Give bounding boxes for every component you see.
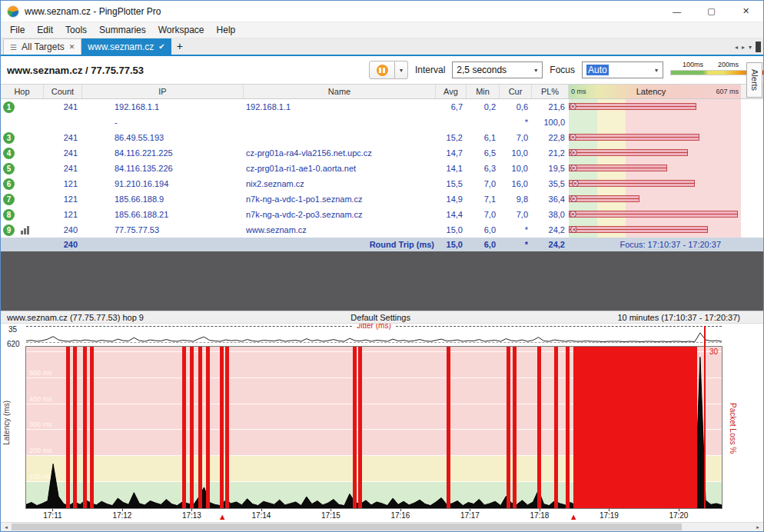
tab-scroll-controls: ◂ ▸ ▾ bbox=[735, 42, 761, 52]
table-row[interactable]: 1241192.168.1.1192.168.1.16,70,20,621,6× bbox=[1, 99, 763, 115]
latency-plot[interactable]: 500 ms400 ms300 ms200 ms100 ms 30 bbox=[26, 347, 722, 508]
graph-time-range[interactable]: 10 minutes (17:10:37 - 17:20:37) bbox=[617, 313, 740, 322]
summary-row[interactable]: 240 Round Trip (ms) 15,0 6,0 * 24,2 Focu… bbox=[1, 238, 763, 251]
graph-header: www.seznam.cz (77.75.77.53) hop 9 Defaul… bbox=[1, 311, 763, 324]
scroll-right-icon[interactable]: ▸ bbox=[752, 523, 763, 531]
horizontal-scrollbar[interactable]: ◂ ▸ bbox=[1, 522, 763, 531]
packet-loss-bar bbox=[90, 347, 94, 508]
min-cell: 7,0 bbox=[467, 210, 500, 219]
pause-dropdown[interactable]: ▾ bbox=[395, 61, 408, 79]
menu-item-help[interactable]: Help bbox=[211, 22, 242, 38]
table-row[interactable]: 524184.116.135.226cz-prg01a-ri1-ae1-0.ao… bbox=[1, 161, 763, 176]
menu-item-edit[interactable]: Edit bbox=[31, 22, 59, 38]
packet-loss-bar bbox=[198, 347, 202, 508]
hop-number-badge: 5 bbox=[3, 163, 15, 175]
minimize-button[interactable]: — bbox=[659, 1, 694, 22]
focus-select[interactable]: Auto ▾ bbox=[582, 62, 663, 78]
ip-cell: 185.66.188.21 bbox=[82, 210, 244, 219]
interval-select[interactable]: 2,5 seconds ▾ bbox=[452, 62, 543, 78]
header-count[interactable]: Count bbox=[44, 85, 82, 98]
ip-cell: 185.66.188.9 bbox=[82, 195, 244, 204]
summary-count: 240 bbox=[44, 240, 82, 249]
name-cell: n7k-ng-a-vdc-1-po1.seznam.cz bbox=[244, 195, 436, 204]
table-row[interactable]: 7121185.66.188.9n7k-ng-a-vdc-1-po1.sezna… bbox=[1, 191, 763, 207]
hop-table-body: 1241192.168.1.1192.168.1.16,70,20,621,6×… bbox=[1, 99, 763, 238]
tab-overflow-indicator bbox=[756, 42, 761, 52]
cur-cell: 10,0 bbox=[500, 164, 532, 173]
min-cell: 6,0 bbox=[467, 225, 500, 234]
jitter-chart[interactable]: Jitter (ms) bbox=[26, 326, 722, 343]
latency-graph-cell: × bbox=[569, 222, 741, 238]
latency-current-marker: × bbox=[570, 134, 576, 141]
ip-cell: 84.116.135.226 bbox=[82, 164, 244, 173]
header-latency-scale[interactable]: 0 ms Latency 607 ms bbox=[569, 85, 741, 98]
latency-current-marker: × bbox=[570, 165, 577, 171]
latency-graph-cell: × bbox=[569, 130, 741, 145]
tab-scroll-left-icon[interactable]: ◂ bbox=[735, 44, 738, 51]
scroll-left-icon[interactable]: ◂ bbox=[1, 523, 12, 531]
tab-close-icon[interactable]: ✕ bbox=[69, 43, 75, 51]
header-hop[interactable]: Hop bbox=[1, 85, 44, 98]
menu-item-file[interactable]: File bbox=[4, 22, 31, 38]
cur-cell: 16,0 bbox=[500, 179, 532, 188]
event-marker-triangle[interactable]: ▲ bbox=[218, 512, 227, 521]
graph-target-title: www.seznam.cz (77.75.77.53) hop 9 bbox=[7, 313, 144, 322]
packet-loss-block bbox=[573, 347, 697, 508]
menu-item-tools[interactable]: Tools bbox=[59, 22, 93, 38]
packet-loss-bar bbox=[225, 347, 229, 508]
alerts-side-tab[interactable]: Alerts bbox=[746, 62, 762, 98]
tab-all-targets[interactable]: ☰ All Targets ✕ bbox=[3, 38, 81, 55]
time-tick-label: 17:18 bbox=[530, 511, 549, 520]
header-ip[interactable]: IP bbox=[82, 85, 244, 98]
close-button[interactable]: ✕ bbox=[729, 1, 763, 22]
tab-active-target[interactable]: www.seznam.cz ✔ bbox=[81, 38, 171, 55]
bar-chart-icon bbox=[21, 226, 29, 234]
header-name[interactable]: Name bbox=[244, 85, 436, 98]
table-row[interactable]: 424184.116.221.225cz-prg01a-ra4-vla2156.… bbox=[1, 145, 763, 161]
summary-label: Round Trip (ms) bbox=[244, 240, 436, 249]
hop-number-badge: 6 bbox=[3, 178, 15, 190]
latency-avg-line bbox=[569, 214, 738, 214]
maximize-button[interactable]: ▢ bbox=[694, 1, 729, 22]
graph-settings-title[interactable]: Default Settings bbox=[350, 313, 410, 322]
pause-button[interactable] bbox=[369, 61, 395, 79]
summary-packet-loss: 24,2 bbox=[532, 240, 569, 249]
packet-loss-cell: 21,2 bbox=[532, 148, 569, 158]
header-avg[interactable]: Avg bbox=[436, 85, 467, 98]
header-cur[interactable]: Cur bbox=[500, 85, 532, 98]
avg-cell: 15,2 bbox=[436, 133, 467, 142]
table-row[interactable]: 8121185.66.188.21n7k-ng-a-vdc-2-po3.sezn… bbox=[1, 207, 763, 222]
packet-loss-bar bbox=[206, 347, 210, 508]
summary-min: 6,0 bbox=[467, 240, 500, 249]
packet-loss-cell: 24,2 bbox=[532, 225, 569, 234]
packet-loss-bar bbox=[353, 347, 357, 508]
title-bar: www.seznam.cz - PingPlotter Pro — ▢ ✕ bbox=[1, 1, 763, 22]
time-graph-panel[interactable]: 35 Jitter (ms) 620 500 ms400 ms300 ms200… bbox=[1, 324, 763, 522]
scrollbar-thumb[interactable] bbox=[12, 524, 682, 530]
header-packet-loss[interactable]: PL% bbox=[532, 85, 569, 98]
new-tab-button[interactable]: + bbox=[171, 38, 188, 55]
tab-active-label: www.seznam.cz bbox=[88, 42, 154, 52]
menu-item-summaries[interactable]: Summaries bbox=[93, 22, 152, 38]
table-row[interactable]: -*100,0 bbox=[1, 115, 763, 130]
latency-avg-line bbox=[569, 198, 639, 199]
event-marker-triangle[interactable]: ▲ bbox=[570, 512, 578, 521]
tab-list-chevron-down-icon[interactable]: ▾ bbox=[749, 44, 752, 51]
table-row[interactable]: 612191.210.16.194nix2.seznam.cz15,57,016… bbox=[1, 176, 763, 191]
cur-cell: * bbox=[500, 118, 532, 127]
header-min[interactable]: Min bbox=[467, 85, 500, 98]
toolbar: www.seznam.cz / 77.75.77.53 ▾ Interval 2… bbox=[1, 56, 763, 85]
tab-scroll-right-icon[interactable]: ▸ bbox=[742, 44, 745, 51]
name-cell: 192.168.1.1 bbox=[244, 102, 436, 111]
jitter-line bbox=[26, 333, 722, 342]
latency-graph-cell bbox=[569, 115, 741, 130]
table-row[interactable]: 324186.49.55.19315,26,17,022,8× bbox=[1, 130, 763, 145]
hop-cell: 6 bbox=[1, 178, 44, 190]
app-icon bbox=[7, 5, 19, 18]
table-row[interactable]: 924077.75.77.53www.seznam.cz15,06,0*24,2… bbox=[1, 222, 763, 238]
pingplotter-window: www.seznam.cz - PingPlotter Pro — ▢ ✕ Fi… bbox=[0, 0, 764, 532]
packet-loss-bar bbox=[182, 347, 186, 508]
avg-cell: 14,9 bbox=[436, 195, 467, 204]
min-cell: 7,0 bbox=[467, 179, 500, 188]
menu-item-workspace[interactable]: Workspace bbox=[152, 22, 211, 38]
